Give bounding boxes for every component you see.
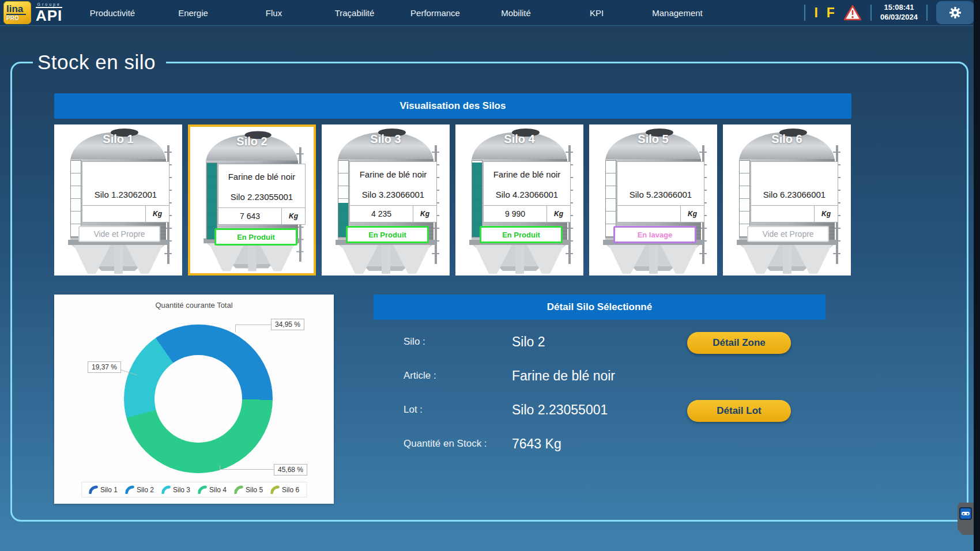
nav-item-management[interactable]: Management xyxy=(637,8,718,18)
teamviewer-icon xyxy=(959,507,972,520)
silo-info-box: Farine de blé noir Silo 3.23066001 4 235… xyxy=(349,161,437,222)
legend-label: Silo 6 xyxy=(282,486,299,494)
silo-quantity-row: 4 235 Kg xyxy=(350,205,436,222)
detail-value-lot: Silo 2.23055001 xyxy=(512,402,608,418)
pro-logo-text: PRO xyxy=(6,15,31,22)
detail-value-article: Farine de blé noir xyxy=(512,368,615,384)
silo-quantity-row: Kg xyxy=(751,205,838,222)
donut-chart[interactable] xyxy=(124,324,273,473)
silo-title: Silo 3 xyxy=(322,133,450,146)
percent-label-silo4: 45,68 % xyxy=(274,464,307,475)
legend-swatch-icon xyxy=(198,485,207,494)
silo-title: Silo 4 xyxy=(455,133,583,146)
silo-quantity-row: 7 643 Kg xyxy=(218,207,305,224)
callout-line xyxy=(220,469,274,470)
silo-quantity xyxy=(751,206,814,222)
callout-line xyxy=(235,324,236,332)
quantity-chart-card: Quantité courante Total 34,95 % 19,37 % … xyxy=(54,295,334,504)
silo-lot: Silo 6.23066001 xyxy=(751,184,838,205)
detail-value-silo: Silo 2 xyxy=(512,334,545,350)
nav-item-kpi[interactable]: KPI xyxy=(556,8,637,18)
clock-datetime: 15:08:41 06/03/2024 xyxy=(880,3,918,22)
nav-status-cluster: I F 15:08:41 06/03/2024 xyxy=(804,0,974,25)
nav-item-mobilite[interactable]: Mobilité xyxy=(476,8,556,18)
percent-label-silo3: 19,37 % xyxy=(88,361,121,373)
legend-label: Silo 4 xyxy=(209,486,227,494)
silo-card-3[interactable]: Silo 3 Farine de blé noir Silo 3.2306600… xyxy=(322,124,450,276)
legend-item-silo6[interactable]: Silo 6 xyxy=(270,485,299,494)
silo-title: Silo 5 xyxy=(589,133,717,146)
silo-status-badge: En Produit xyxy=(214,228,297,246)
detail-row-article: Article : Farine de blé noir xyxy=(404,364,801,387)
nav-separator xyxy=(870,5,872,21)
detail-zone-button[interactable]: Détail Zone xyxy=(687,332,791,354)
silo-article: Farine de blé noir xyxy=(218,164,305,186)
gear-icon xyxy=(948,6,962,20)
nav-separator xyxy=(926,5,928,21)
silo-article xyxy=(751,162,838,184)
percent-label-silo2: 34,95 % xyxy=(271,319,304,330)
silo-card-6[interactable]: Silo 6 Silo 6.23066001 Kg Vide et Propre xyxy=(723,124,851,276)
silo-info-box: Farine de blé noir Silo 2.23055001 7 643… xyxy=(218,164,306,225)
groupe-logo-text: Groupe xyxy=(37,2,61,6)
silo-status-badge: Vide et Propre xyxy=(747,226,829,242)
callout-line xyxy=(220,465,220,470)
legend-swatch-icon xyxy=(89,485,98,494)
silo-card-5[interactable]: Silo 5 Silo 5.23066001 Kg En lavage xyxy=(589,124,717,276)
silo-card-4[interactable]: Silo 4 Farine de blé noir Silo 4.2306600… xyxy=(455,124,583,276)
alarm-warning-icon[interactable] xyxy=(843,5,862,21)
silo-card-2[interactable]: Silo 2 Farine de blé noir Silo 2.2305500… xyxy=(188,124,316,276)
lina-logo-text: lina xyxy=(6,4,26,15)
remote-control-tab[interactable] xyxy=(958,503,974,535)
page-title: Stock en silo xyxy=(33,51,166,74)
nav-menu: Productivité Energie Flux Traçabilité Pe… xyxy=(72,0,718,25)
silo-article: Farine de blé noir xyxy=(484,162,570,184)
detail-label-quantity: Quantité en Stock : xyxy=(404,438,512,450)
chart-legend: Silo 1 Silo 2 Silo 3 Silo 4 Silo 5 Silo … xyxy=(81,482,307,497)
silo-unit: Kg xyxy=(814,206,838,222)
nav-item-flux[interactable]: Flux xyxy=(233,8,314,18)
silo-lot: Silo 1.23062001 xyxy=(82,184,169,205)
detail-lot-button[interactable]: Détail Lot xyxy=(687,400,791,422)
silo-quantity: 4 235 xyxy=(350,206,413,222)
nav-item-performance[interactable]: Performance xyxy=(395,8,476,18)
silo-info-box: Silo 1.23062001 Kg xyxy=(82,161,169,222)
status-letter-i: I xyxy=(814,6,817,20)
settings-button[interactable] xyxy=(936,1,974,24)
legend-item-silo5[interactable]: Silo 5 xyxy=(234,485,263,494)
silo-unit: Kg xyxy=(413,206,436,222)
silo-status-badge: En Produit xyxy=(346,226,429,243)
silo-quantity xyxy=(617,206,680,222)
status-letter-f: F xyxy=(827,6,835,20)
legend-item-silo1[interactable]: Silo 1 xyxy=(89,485,118,494)
silo-unit: Kg xyxy=(145,206,169,222)
clock-time: 15:08:41 xyxy=(880,3,918,13)
legend-swatch-icon xyxy=(234,485,243,494)
silo-quantity: 7 643 xyxy=(218,208,281,224)
silo-quantity-row: Kg xyxy=(617,205,704,222)
silo-status-badge: Vide et Propre xyxy=(78,226,160,242)
silo-cards-row: Silo 1 Silo 1.23062001 Kg Vide et Propre… xyxy=(54,124,851,276)
legend-item-silo4[interactable]: Silo 4 xyxy=(198,485,227,494)
silo-lot: Silo 5.23066001 xyxy=(617,184,704,205)
silo-article xyxy=(82,162,169,184)
silo-info-box: Silo 6.23066001 Kg xyxy=(751,161,838,222)
silo-card-1[interactable]: Silo 1 Silo 1.23062001 Kg Vide et Propre xyxy=(54,124,182,276)
nav-item-energie[interactable]: Energie xyxy=(153,8,233,18)
lina-pro-logo[interactable]: lina PRO xyxy=(3,1,31,24)
silo-unit: Kg xyxy=(281,208,305,224)
legend-item-silo3[interactable]: Silo 3 xyxy=(161,485,190,494)
brand-logos: lina PRO Groupe API xyxy=(0,1,62,24)
legend-item-silo2[interactable]: Silo 2 xyxy=(125,485,154,494)
silo-title: Silo 2 xyxy=(190,135,314,148)
nav-item-tracabilite[interactable]: Traçabilité xyxy=(314,8,395,18)
silo-article xyxy=(617,162,704,184)
screen-edge-strip xyxy=(974,0,980,551)
silo-lot: Silo 3.23066001 xyxy=(350,184,436,205)
nav-item-productivite[interactable]: Productivité xyxy=(72,8,153,18)
chart-title: Quantité courante Total xyxy=(54,301,334,310)
groupe-api-logo[interactable]: Groupe API xyxy=(36,2,62,23)
silo-status-badge: En lavage xyxy=(613,226,696,243)
legend-swatch-icon xyxy=(161,485,171,494)
silo-quantity-row: 9 990 Kg xyxy=(484,205,570,222)
